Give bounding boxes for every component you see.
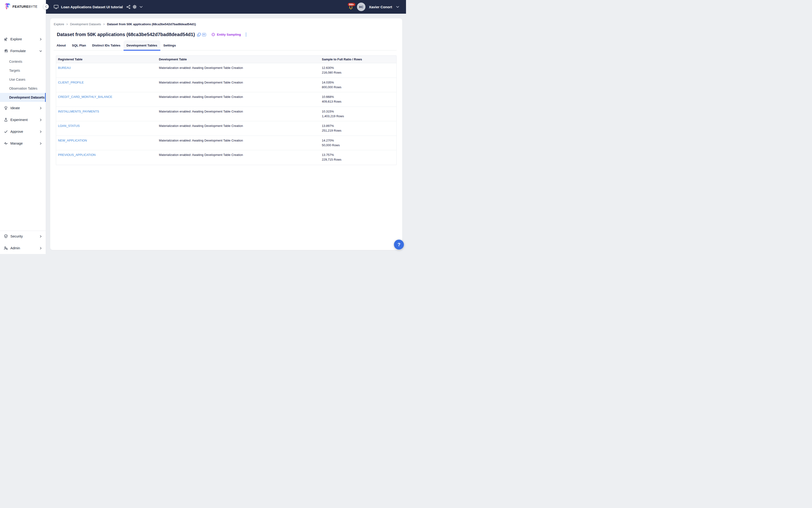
breadcrumb-separator: > [66, 23, 68, 26]
brand-light: BYTE [29, 5, 38, 8]
telescope-icon [4, 37, 8, 41]
rows-value: 229,715 Rows [322, 158, 396, 162]
registered-table-link[interactable]: INSTALLMENTS_PAYMENTS [58, 110, 99, 113]
copy-id-icon[interactable]: ID [202, 33, 206, 36]
sidebar-nav: Explore Formulate Contexts Targets Use C… [0, 0, 46, 148]
chevron-right-icon [39, 38, 42, 41]
tab-label: SQL Plan [72, 44, 86, 47]
tab-development-tables[interactable]: Development Tables [124, 40, 160, 50]
entity-sampling-label: Entity Sampling [217, 33, 241, 36]
featurebyte-logo-icon [5, 3, 11, 10]
page-title: Dataset from 50K applications (68ca3be54… [57, 32, 195, 37]
ratio-value: 13.897% [322, 124, 396, 128]
chevron-down-icon[interactable] [140, 6, 143, 8]
chevron-right-icon [39, 130, 42, 133]
rows-value: 216,080 Rows [322, 71, 396, 75]
spinner-icon [211, 33, 215, 37]
breadcrumb-development-datasets[interactable]: Development Datasets [70, 23, 101, 26]
column-header-sample-ratio: Sample to Full Ratio / Rows [320, 57, 396, 61]
development-table-status: Materialization enabled: Awaiting Develo… [157, 153, 320, 165]
featurebyte-logo[interactable]: FEATUREBYTE [5, 3, 38, 10]
tab-label: About [57, 44, 66, 47]
registered-table-link[interactable]: BUREAU [58, 66, 71, 70]
sidebar-item-ideate[interactable]: Ideate [0, 103, 46, 113]
column-header-registered-table: Registered Table [56, 57, 157, 61]
sidebar-collapse-button[interactable] [43, 4, 49, 9]
sidebar-item-label: Security [10, 235, 22, 238]
sidebar-item-experiment[interactable]: Experiment [0, 115, 46, 125]
sidebar-item-explore[interactable]: Explore [0, 34, 46, 44]
sample-ratio-cell: 12.630% 216,080 Rows [320, 66, 396, 78]
sidebar-subitem-label: Development Datasets [9, 95, 45, 99]
sidebar-item-label: Manage [10, 141, 22, 145]
sidebar-item-manage[interactable]: Manage [0, 139, 46, 148]
formulate-submenu: Contexts Targets Use Cases Observation T… [0, 57, 46, 102]
gear-icon[interactable] [133, 5, 137, 9]
sidebar-item-formulate[interactable]: Formulate [0, 46, 46, 56]
topbar: Loan Applications Dataset UI tutorial 99… [46, 0, 406, 14]
chevron-down-icon [39, 50, 42, 52]
table-row: BUREAU Materialization enabled: Awaiting… [56, 63, 396, 78]
registered-table-link[interactable]: CLIENT_PROFILE [58, 81, 84, 84]
sample-ratio-cell: 14.035% 800,000 Rows [320, 80, 396, 92]
tab-sql-plan[interactable]: SQL Plan [69, 40, 89, 50]
sidebar-item-label: Explore [10, 37, 22, 41]
sidebar-item-admin[interactable]: Admin [0, 243, 46, 253]
sidebar-item-use-cases[interactable]: Use Cases [0, 75, 46, 84]
tab-settings[interactable]: Settings [160, 40, 179, 50]
sidebar-item-approve[interactable]: Approve [0, 127, 46, 136]
user-name: Xavier Conort [369, 5, 392, 9]
breadcrumb: Explore > Development Datasets > Dataset… [54, 23, 397, 26]
notifications-button[interactable]: 999+ [349, 5, 353, 10]
share-icon[interactable] [126, 5, 130, 9]
breadcrumb-explore[interactable]: Explore [54, 23, 64, 26]
more-options-button[interactable] [245, 32, 247, 37]
sidebar-item-label: Formulate [10, 49, 26, 53]
entity-sampling-button[interactable]: Entity Sampling [211, 33, 241, 37]
lightbulb-icon [4, 106, 8, 110]
development-table-status: Materialization enabled: Awaiting Develo… [157, 95, 320, 107]
registered-table-link[interactable]: PREVIOUS_APPLICATION [58, 153, 95, 157]
rows-value: 50,000 Rows [322, 143, 396, 147]
tab-label: Development Tables [127, 44, 157, 47]
pulse-icon [4, 141, 8, 145]
sample-ratio-cell: 13.897% 251,219 Rows [320, 124, 396, 136]
ratio-value: 10.315% [322, 110, 396, 114]
user-menu[interactable]: Xavier Conort [369, 5, 399, 9]
chevron-right-icon [39, 119, 42, 121]
tab-label: Settings [164, 44, 176, 47]
development-table-status: Materialization enabled: Awaiting Develo… [157, 80, 320, 92]
sample-ratio-cell: 10.668% 409,613 Rows [320, 95, 396, 107]
help-button[interactable]: ? [394, 240, 404, 250]
ratio-value: 14.035% [322, 80, 396, 84]
sidebar-item-security[interactable]: Security [0, 231, 46, 241]
sidebar-item-targets[interactable]: Targets [0, 66, 46, 75]
development-table-status: Materialization enabled: Awaiting Develo… [157, 138, 320, 150]
rows-value: 800,000 Rows [322, 85, 396, 89]
project-title: Loan Applications Dataset UI tutorial [61, 5, 123, 9]
user-search-icon [4, 246, 8, 250]
head-gear-icon [4, 49, 8, 53]
avatar[interactable]: XC [357, 3, 365, 11]
ratio-value: 14.270% [322, 138, 396, 142]
registered-table-link[interactable]: CREDIT_CARD_MONTHLY_BALANCE [58, 95, 112, 98]
copy-icon[interactable] [197, 33, 201, 37]
sidebar-subitem-label: Use Cases [9, 78, 25, 81]
chevron-right-icon [39, 235, 42, 238]
tab-about[interactable]: About [53, 40, 69, 50]
rows-value: 1,403,219 Rows [322, 114, 396, 118]
sidebar-item-observation-tables[interactable]: Observation Tables [0, 84, 46, 93]
sidebar-subitem-label: Contexts [9, 60, 22, 64]
column-header-development-table: Development Table [157, 57, 320, 61]
tab-distinct-ids-tables[interactable]: Distinct IDs Tables [89, 40, 124, 50]
registered-table-link[interactable]: NEW_APPLICATION [58, 139, 87, 142]
table-row: CREDIT_CARD_MONTHLY_BALANCE Materializat… [56, 92, 396, 107]
sidebar-item-development-datasets[interactable]: Development Datasets [0, 93, 46, 102]
project-switcher: Loan Applications Dataset UI tutorial [54, 5, 143, 9]
table-row: INSTALLMENTS_PAYMENTS Materialization en… [56, 107, 396, 122]
registered-table-link[interactable]: LOAN_STATUS [58, 124, 80, 128]
ratio-value: 10.668% [322, 95, 396, 99]
help-question-mark: ? [398, 242, 400, 247]
topbar-right: 999+ XC Xavier Conort [349, 3, 406, 11]
sidebar-item-contexts[interactable]: Contexts [0, 57, 46, 66]
